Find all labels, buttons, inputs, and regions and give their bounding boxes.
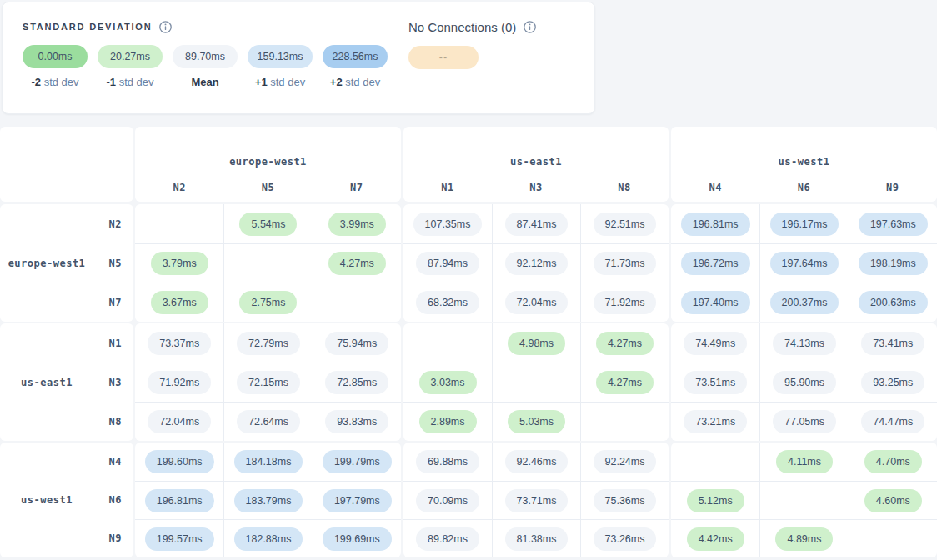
latency-pill[interactable]: 199.69ms xyxy=(323,528,392,551)
latency-pill[interactable]: 197.64ms xyxy=(770,252,839,275)
latency-cell[interactable]: 199.79ms xyxy=(313,442,401,481)
latency-cell[interactable]: 72.79ms xyxy=(223,323,312,362)
latency-cell[interactable]: 4.98ms xyxy=(492,323,580,362)
latency-cell[interactable]: 4.42ms xyxy=(671,519,759,558)
latency-pill[interactable]: 4.27ms xyxy=(596,371,654,394)
latency-cell[interactable]: 71.92ms xyxy=(580,282,669,322)
latency-pill[interactable]: 4.98ms xyxy=(508,332,565,355)
latency-pill[interactable]: 4.60ms xyxy=(864,489,922,512)
latency-pill[interactable]: 4.42ms xyxy=(687,528,744,551)
latency-pill[interactable]: 93.83ms xyxy=(325,410,388,433)
latency-pill[interactable]: 71.92ms xyxy=(594,291,657,314)
latency-cell[interactable]: 2.75ms xyxy=(223,282,312,322)
latency-cell[interactable]: 4.11ms xyxy=(759,442,848,481)
latency-pill[interactable]: 73.37ms xyxy=(148,332,211,355)
latency-pill[interactable]: 73.21ms xyxy=(684,410,747,433)
latency-pill[interactable]: 2.89ms xyxy=(419,410,477,433)
latency-cell[interactable]: 93.83ms xyxy=(313,402,401,441)
latency-cell[interactable]: 200.37ms xyxy=(759,282,848,322)
latency-cell[interactable]: 3.03ms xyxy=(403,362,492,402)
latency-cell[interactable]: 72.15ms xyxy=(223,362,312,402)
latency-pill[interactable]: 73.26ms xyxy=(594,528,657,551)
latency-cell[interactable]: 69.88ms xyxy=(403,442,492,481)
latency-cell[interactable]: 93.25ms xyxy=(849,362,937,402)
latency-cell[interactable]: 92.46ms xyxy=(492,442,580,481)
latency-cell[interactable] xyxy=(223,243,312,282)
latency-pill[interactable]: 72.64ms xyxy=(237,410,300,433)
info-icon[interactable] xyxy=(159,21,172,33)
latency-pill[interactable]: 72.04ms xyxy=(505,291,569,314)
latency-cell[interactable]: 73.37ms xyxy=(135,323,223,362)
latency-pill[interactable]: 71.92ms xyxy=(148,371,211,394)
latency-pill[interactable]: 69.88ms xyxy=(416,450,479,473)
latency-cell[interactable]: 4.89ms xyxy=(759,519,848,558)
latency-pill[interactable]: 71.73ms xyxy=(594,252,657,275)
latency-pill[interactable]: 196.17ms xyxy=(770,212,839,236)
latency-cell[interactable]: 74.13ms xyxy=(759,323,848,362)
latency-cell[interactable]: 92.12ms xyxy=(492,243,580,282)
latency-pill[interactable]: 5.12ms xyxy=(687,489,744,512)
latency-pill[interactable]: 75.36ms xyxy=(594,489,657,512)
latency-cell[interactable]: 4.27ms xyxy=(580,323,669,362)
latency-cell[interactable]: 198.19ms xyxy=(849,243,937,282)
latency-cell[interactable]: 72.64ms xyxy=(223,402,312,441)
latency-pill[interactable]: 77.05ms xyxy=(773,410,836,433)
latency-pill[interactable]: 182.88ms xyxy=(234,528,303,551)
latency-pill[interactable]: 4.11ms xyxy=(776,450,833,473)
latency-pill[interactable]: 3.67ms xyxy=(151,291,208,314)
latency-pill[interactable]: 87.94ms xyxy=(416,252,479,275)
latency-cell[interactable]: 73.41ms xyxy=(849,323,937,362)
latency-cell[interactable] xyxy=(313,282,401,322)
latency-pill[interactable]: 184.18ms xyxy=(234,450,303,473)
latency-pill[interactable]: 4.27ms xyxy=(596,332,654,355)
latency-cell[interactable]: 92.51ms xyxy=(580,204,669,243)
latency-pill[interactable]: 197.40ms xyxy=(681,291,750,314)
latency-cell[interactable]: 87.41ms xyxy=(492,204,580,243)
latency-pill[interactable]: 72.15ms xyxy=(237,371,300,394)
latency-pill[interactable]: 196.81ms xyxy=(145,489,214,512)
latency-cell[interactable]: 196.81ms xyxy=(671,204,759,243)
latency-cell[interactable]: 4.70ms xyxy=(849,442,937,481)
latency-cell[interactable]: 5.12ms xyxy=(671,481,759,519)
latency-pill[interactable]: 5.03ms xyxy=(508,410,565,433)
latency-pill[interactable]: 3.79ms xyxy=(151,252,208,275)
latency-pill[interactable]: 93.25ms xyxy=(861,371,924,394)
latency-cell[interactable]: 72.04ms xyxy=(135,402,223,441)
latency-cell[interactable] xyxy=(759,481,848,519)
latency-cell[interactable]: 199.60ms xyxy=(135,442,223,481)
latency-cell[interactable] xyxy=(580,402,669,441)
latency-pill[interactable]: 199.60ms xyxy=(145,450,214,473)
latency-cell[interactable]: 72.04ms xyxy=(492,282,580,322)
latency-pill[interactable]: 107.35ms xyxy=(413,212,483,236)
latency-pill[interactable]: 95.90ms xyxy=(773,371,836,394)
latency-pill[interactable]: 74.13ms xyxy=(773,332,836,355)
latency-cell[interactable]: 74.49ms xyxy=(671,323,759,362)
latency-cell[interactable]: 95.90ms xyxy=(759,362,848,402)
latency-pill[interactable]: 72.85ms xyxy=(325,371,388,394)
latency-cell[interactable]: 197.64ms xyxy=(759,243,848,282)
latency-pill[interactable]: 73.41ms xyxy=(861,332,924,355)
latency-pill[interactable]: 199.79ms xyxy=(323,450,392,473)
latency-cell[interactable]: 196.72ms xyxy=(671,243,759,282)
latency-pill[interactable]: 92.12ms xyxy=(505,252,569,275)
latency-pill[interactable]: 81.38ms xyxy=(505,528,569,551)
latency-cell[interactable] xyxy=(135,204,223,243)
latency-cell[interactable]: 5.03ms xyxy=(492,402,580,441)
latency-pill[interactable]: 4.27ms xyxy=(328,252,386,275)
latency-cell[interactable]: 4.27ms xyxy=(580,362,669,402)
latency-cell[interactable]: 81.38ms xyxy=(492,519,580,558)
latency-pill[interactable]: 196.81ms xyxy=(681,212,750,236)
latency-pill[interactable]: 68.32ms xyxy=(416,291,479,314)
latency-pill[interactable]: 197.63ms xyxy=(859,212,928,236)
latency-cell[interactable]: 107.35ms xyxy=(403,204,492,243)
latency-cell[interactable]: 71.73ms xyxy=(580,243,669,282)
latency-cell[interactable]: 87.94ms xyxy=(403,243,492,282)
latency-pill[interactable]: 200.63ms xyxy=(859,291,928,314)
latency-cell[interactable]: 183.79ms xyxy=(223,481,312,519)
latency-pill[interactable]: 199.57ms xyxy=(145,528,214,551)
latency-pill[interactable]: 198.19ms xyxy=(859,252,928,275)
latency-cell[interactable]: 70.09ms xyxy=(403,481,492,519)
latency-pill[interactable]: 3.03ms xyxy=(419,371,477,394)
latency-cell[interactable]: 182.88ms xyxy=(223,519,312,558)
latency-cell[interactable]: 73.71ms xyxy=(492,481,580,519)
